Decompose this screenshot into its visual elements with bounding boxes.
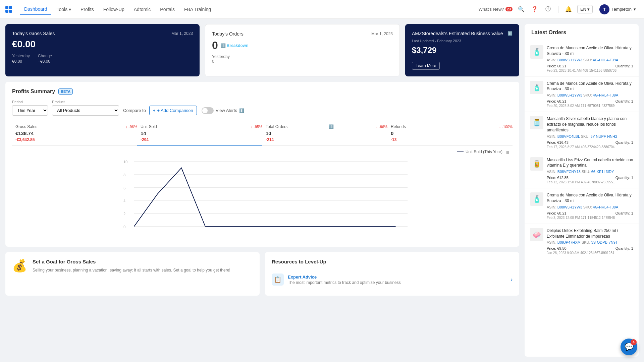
resource-item-expert-advice[interactable]: 📋 Expert Advice The most important metri…: [272, 270, 513, 289]
order-meta: Feb 3, 2023 12:08 PM 171-1154512-1475548: [547, 216, 633, 220]
order-id: 171-1154512-1475548: [581, 216, 615, 220]
asin-link[interactable]: B08W5H1YW3: [557, 93, 582, 97]
nav-adtomic[interactable]: Adtomic: [130, 4, 155, 15]
svg-text:Dec '23: Dec '23: [391, 230, 402, 230]
learn-more-button[interactable]: Learn More: [412, 62, 440, 70]
order-quantity: Quantity: 1: [615, 176, 633, 180]
sku-link[interactable]: 4G-HHL4-TJ9A: [593, 58, 619, 62]
order-quantity: Quantity: 1: [615, 64, 633, 68]
list-item: 🧴 Crema de Manos con Aceite de Oliva. Hi…: [525, 41, 639, 77]
change-value: +€0.00: [38, 59, 52, 64]
business-value-card: AMZStoredeals's Estimated Business Value…: [405, 24, 519, 76]
metric-unit-sold[interactable]: Unit Sold ↓ -95% 14 -294: [137, 121, 262, 146]
sku-link[interactable]: 5Y-NUPF-HNH2: [590, 134, 617, 138]
goal-content: Set a Goal for Gross Sales Selling your …: [33, 259, 253, 273]
latest-orders-title: Latest Orders: [525, 24, 639, 41]
expert-advice-desc: The most important metrics to track and …: [288, 280, 401, 285]
facebook-icon[interactable]: ⓕ: [543, 5, 553, 14]
resources-card: Resources to Level-Up 📋 Expert Advice Th…: [265, 252, 519, 296]
metric-refunds[interactable]: Refunds ↓ -100% 0 -13: [387, 121, 513, 145]
chart-menu-icon[interactable]: ≡: [506, 149, 509, 156]
info-icon[interactable]: ℹ️: [507, 31, 513, 36]
product-thumbnail: 🧴: [530, 45, 543, 59]
metric-total-orders[interactable]: Total Orders ℹ️ ↓ -96% 10 -214: [262, 121, 387, 145]
alerts-toggle-switch[interactable]: [202, 107, 214, 114]
asin-link[interactable]: B08VFC4LBL: [557, 134, 580, 138]
notification-badge: 23: [505, 7, 513, 11]
bell-icon[interactable]: 🔔: [564, 5, 573, 14]
order-name: Mascarilla Liss Frizz Control cabello re…: [547, 157, 633, 169]
list-item: 🥫 Mascarilla Liss Frizz Control cabello …: [525, 153, 639, 189]
whats-new-button[interactable]: What's New? 23: [479, 7, 513, 12]
order-price: Price: €9.50: [547, 246, 567, 250]
logo[interactable]: [5, 6, 12, 13]
product-thumbnail: 🧴: [530, 192, 543, 206]
orders-yesterday: Yesterday 0: [212, 54, 393, 64]
goal-title: Set a Goal for Gross Sales: [33, 259, 253, 264]
top-cards-row: Today's Gross Sales Mar 1, 2023 €0.00 Ye…: [5, 24, 519, 76]
sku-link[interactable]: 66-XE1I-3IDY: [591, 170, 614, 174]
nav-right: What's New? 23 🔍 ❓ ⓕ 🔔 EN ▾ T Templeton …: [479, 3, 639, 16]
nav-links: Dashboard Tools ▾ Profits Follow-Up Adto…: [20, 4, 479, 15]
alerts-info-icon[interactable]: ℹ️: [239, 108, 244, 113]
asin-link[interactable]: B08W5H1YW3: [557, 58, 582, 62]
expert-advice-title[interactable]: Expert Advice: [288, 275, 401, 280]
help-icon[interactable]: ❓: [530, 5, 539, 14]
order-asin: ASIN: B08VFCNY13 SKU: 66-XE1I-3IDY: [547, 170, 633, 174]
product-label: Product: [52, 100, 119, 104]
svg-text:Jan '23: Jan '23: [130, 230, 141, 230]
svg-text:Feb '23: Feb '23: [153, 230, 163, 230]
view-alerts-label: View Alerts: [216, 108, 237, 113]
breakdown-link[interactable]: ℹ️ Breakdown: [221, 43, 249, 48]
chat-button[interactable]: 💬 4: [621, 339, 637, 355]
order-price: Price: €12.85: [547, 176, 569, 180]
nav-divider: [558, 6, 558, 13]
orders-title: Today's Orders: [212, 31, 244, 37]
order-quantity: Quantity: 1: [615, 246, 633, 250]
asin-link[interactable]: B08VFCNY13: [557, 170, 581, 174]
asin-link[interactable]: B09JP47HXM: [557, 240, 581, 244]
nav-tools[interactable]: Tools ▾: [53, 4, 75, 15]
sku-link[interactable]: 3S-ODPB-7N9T: [591, 240, 618, 244]
period-select[interactable]: This Year Last Year This Month Last Mont…: [12, 105, 48, 116]
add-comparison-button[interactable]: + + Add Comparison: [149, 106, 197, 115]
nav-profits[interactable]: Profits: [76, 4, 98, 15]
sku-link[interactable]: 4G-HHL4-TJ9A: [593, 93, 619, 97]
gross-sales-header: Today's Gross Sales Mar 1, 2023: [12, 31, 193, 36]
order-name: Crema de Manos con Aceite de Oliva. Hidr…: [547, 45, 633, 57]
chevron-down-icon: ▾: [634, 7, 636, 12]
order-pricing: Price: €16.43 Quantity: 1: [547, 140, 633, 144]
nav-follow-up[interactable]: Follow-Up: [99, 4, 128, 15]
search-icon[interactable]: 🔍: [517, 5, 526, 14]
metric-gross-sales[interactable]: Gross Sales ↓ -96% €138.74 -€3,642.85: [12, 121, 137, 145]
order-asin: ASIN: B09JP47HXM SKU: 3S-ODPB-7N9T: [547, 240, 633, 244]
order-price: Price: €8.21: [547, 211, 567, 215]
language-selector[interactable]: EN ▾: [577, 5, 593, 13]
goal-description: Selling your business, planning a vacati…: [33, 267, 253, 273]
legend-line-icon: [457, 152, 464, 152]
left-panel: Today's Gross Sales Mar 1, 2023 €0.00 Ye…: [5, 24, 519, 357]
sku-link[interactable]: 4G-HHL4-TJ9A: [593, 205, 619, 209]
list-item: 🧼 Deliplus Detox Exfoliating Balm 250 ml…: [525, 224, 639, 259]
order-id: 406-3724420-8386704: [581, 145, 614, 149]
user-menu[interactable]: T Templeton ▾: [597, 3, 639, 16]
order-quantity: Quantity: 1: [615, 140, 633, 144]
resource-arrow-icon: ›: [511, 277, 513, 283]
order-details: Deliplus Detox Exfoliating Balm 250 ml /…: [547, 228, 633, 255]
svg-text:Jun '23: Jun '23: [249, 230, 259, 230]
product-thumbnail: 🥫: [530, 157, 543, 171]
chart-area: ≡ Unit Sold (This Year) 0 2 4 6 8 10: [12, 146, 513, 240]
svg-text:Aug '23: Aug '23: [296, 230, 307, 230]
asin-link[interactable]: B08W5H1YW3: [557, 205, 582, 209]
nav-dashboard[interactable]: Dashboard: [20, 4, 51, 15]
nav-fba-training[interactable]: FBA Training: [180, 4, 215, 15]
order-meta: Feb 20, 2023 8:02 AM 171-6579051-4327569: [547, 104, 633, 108]
order-row: 🧼 Deliplus Detox Exfoliating Balm 250 ml…: [530, 228, 633, 255]
top-navigation: Dashboard Tools ▾ Profits Follow-Up Adto…: [0, 0, 644, 19]
total-orders-info-icon[interactable]: ℹ️: [329, 124, 334, 129]
metrics-table: Gross Sales ↓ -96% €138.74 -€3,642.85 Un…: [12, 121, 513, 146]
nav-portals[interactable]: Portals: [156, 4, 179, 15]
order-id: 408-1541156-8850706: [583, 69, 616, 72]
product-select[interactable]: All Products: [52, 105, 119, 116]
product-thumbnail: 🧼: [530, 228, 543, 241]
